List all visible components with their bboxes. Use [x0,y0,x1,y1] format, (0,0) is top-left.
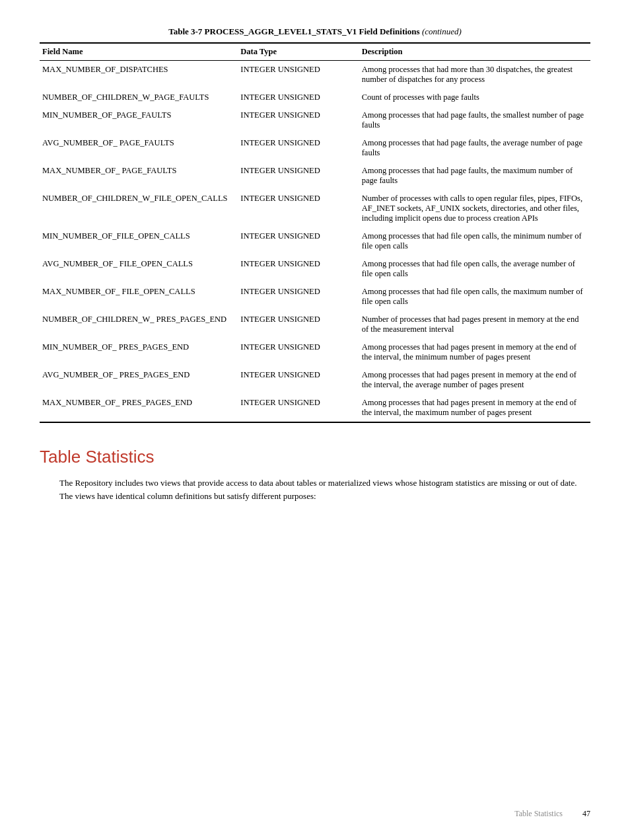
table-row: NUMBER_OF_CHILDREN_W_PAGE_FAULTSINTEGER … [40,89,590,106]
section-title: Table Statistics [40,447,590,467]
data-type-cell: INTEGER UNSIGNED [238,366,359,394]
footer-page: 47 [582,809,590,819]
field-name-cell: NUMBER_OF_CHILDREN_W_ PRES_PAGES_END [40,311,238,338]
data-type-cell: INTEGER UNSIGNED [238,162,359,190]
description-cell: Among processes that had pages present i… [359,366,590,394]
description-cell: Among processes that had page faults, th… [359,106,590,134]
field-name-cell: AVG_NUMBER_OF_ PAGE_FAULTS [40,134,238,162]
data-type-cell: INTEGER UNSIGNED [238,190,359,227]
table-row: MAX_NUMBER_OF_ PRES_PAGES_ENDINTEGER UNS… [40,394,590,422]
table-row: MIN_NUMBER_OF_FILE_OPEN_CALLSINTEGER UNS… [40,227,590,255]
data-type-cell: INTEGER UNSIGNED [238,338,359,366]
description-cell: Among processes that had file open calls… [359,283,590,311]
field-name-cell: NUMBER_OF_CHILDREN_W_FILE_OPEN_CALLS [40,190,238,227]
table-row: NUMBER_OF_CHILDREN_W_ PRES_PAGES_ENDINTE… [40,311,590,338]
footer-label: Table Statistics [514,809,563,819]
data-type-cell: INTEGER UNSIGNED [238,227,359,255]
field-name-cell: MIN_NUMBER_OF_FILE_OPEN_CALLS [40,227,238,255]
data-type-cell: INTEGER UNSIGNED [238,311,359,338]
data-type-cell: INTEGER UNSIGNED [238,255,359,283]
header-field-name: Field Name [40,43,238,61]
description-cell: Number of processes with calls to open r… [359,190,590,227]
footer: Table Statistics 47 [514,809,590,819]
description-cell: Number of processes that had pages prese… [359,311,590,338]
data-type-cell: INTEGER UNSIGNED [238,134,359,162]
table-row: MIN_NUMBER_OF_ PRES_PAGES_ENDINTEGER UNS… [40,338,590,366]
field-definitions-table: Field Name Data Type Description MAX_NUM… [40,42,590,423]
field-name-cell: NUMBER_OF_CHILDREN_W_PAGE_FAULTS [40,89,238,106]
field-name-cell: MIN_NUMBER_OF_ PRES_PAGES_END [40,338,238,366]
field-name-cell: AVG_NUMBER_OF_ PRES_PAGES_END [40,366,238,394]
header-data-type: Data Type [238,43,359,61]
table-row: MAX_NUMBER_OF_DISPATCHESINTEGER UNSIGNED… [40,61,590,89]
table-row: MAX_NUMBER_OF_ PAGE_FAULTSINTEGER UNSIGN… [40,162,590,190]
table-row: AVG_NUMBER_OF_ PRES_PAGES_ENDINTEGER UNS… [40,366,590,394]
description-cell: Among processes that had file open calls… [359,227,590,255]
description-cell: Among processes that had page faults, th… [359,134,590,162]
table-row: AVG_NUMBER_OF_ FILE_OPEN_CALLSINTEGER UN… [40,255,590,283]
field-name-cell: MAX_NUMBER_OF_ PRES_PAGES_END [40,394,238,422]
section-body: The Repository includes two views that p… [40,477,590,503]
table-row: AVG_NUMBER_OF_ PAGE_FAULTSINTEGER UNSIGN… [40,134,590,162]
description-cell: Among processes that had page faults, th… [359,162,590,190]
description-cell: Among processes that had pages present i… [359,338,590,366]
data-type-cell: INTEGER UNSIGNED [238,394,359,422]
table-title: Table 3-7 PROCESS_AGGR_LEVEL1_STATS_V1 F… [40,26,590,37]
data-type-cell: INTEGER UNSIGNED [238,89,359,106]
description-cell: Among processes that had more than 30 di… [359,61,590,89]
data-type-cell: INTEGER UNSIGNED [238,106,359,134]
field-name-cell: MAX_NUMBER_OF_DISPATCHES [40,61,238,89]
data-type-cell: INTEGER UNSIGNED [238,283,359,311]
table-row: MAX_NUMBER_OF_ FILE_OPEN_CALLSINTEGER UN… [40,283,590,311]
field-name-cell: MIN_NUMBER_OF_PAGE_FAULTS [40,106,238,134]
field-name-cell: AVG_NUMBER_OF_ FILE_OPEN_CALLS [40,255,238,283]
table-row: MIN_NUMBER_OF_PAGE_FAULTSINTEGER UNSIGNE… [40,106,590,134]
field-name-cell: MAX_NUMBER_OF_ FILE_OPEN_CALLS [40,283,238,311]
data-type-cell: INTEGER UNSIGNED [238,61,359,89]
field-name-cell: MAX_NUMBER_OF_ PAGE_FAULTS [40,162,238,190]
header-description: Description [359,43,590,61]
table-row: NUMBER_OF_CHILDREN_W_FILE_OPEN_CALLSINTE… [40,190,590,227]
description-cell: Count of processes with page faults [359,89,590,106]
description-cell: Among processes that had file open calls… [359,255,590,283]
description-cell: Among processes that had pages present i… [359,394,590,422]
